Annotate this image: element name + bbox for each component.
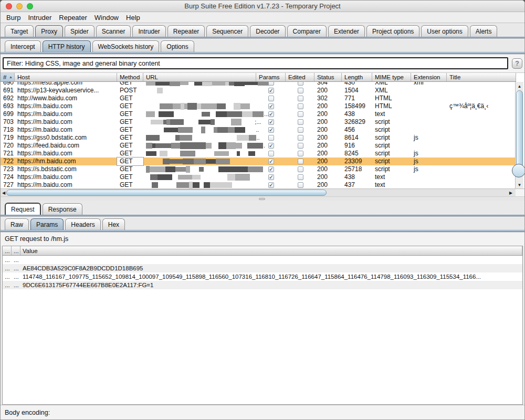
params-checkbox[interactable]: ✓ — [268, 159, 274, 164]
vertical-scrollbar[interactable]: ▲ ▼ — [515, 82, 523, 189]
tab-sequencer[interactable]: Sequencer — [206, 25, 248, 37]
table-row[interactable]: 692http://www.baidu.comGET302771HTML — [1, 94, 516, 102]
tab-http-history[interactable]: HTTP history — [43, 40, 91, 52]
edited-checkbox[interactable] — [298, 143, 303, 149]
tab-comparer[interactable]: Comparer — [287, 25, 327, 37]
tab-decoder[interactable]: Decoder — [250, 25, 285, 37]
menu-item-window[interactable]: Window — [94, 14, 119, 22]
tab-user-options[interactable]: User options — [421, 25, 468, 37]
tab-request[interactable]: Request — [5, 203, 41, 215]
tab-target[interactable]: Target — [5, 25, 34, 37]
params-checkbox[interactable] — [268, 96, 274, 101]
edited-checkbox[interactable] — [298, 127, 303, 133]
params-checkbox[interactable]: ✓ — [268, 127, 274, 133]
params-checkbox[interactable]: ✓ — [268, 182, 274, 188]
column-header-url[interactable]: URL — [143, 73, 256, 81]
params-checkbox[interactable]: ✓ — [268, 103, 274, 109]
table-row[interactable]: 691https://p13-keyvalueservice...POST✓20… — [1, 87, 516, 94]
tab-options[interactable]: Options — [161, 40, 194, 52]
tab-headers[interactable]: Headers — [65, 218, 100, 230]
edited-checkbox[interactable] — [298, 96, 303, 101]
edited-checkbox[interactable] — [298, 82, 303, 86]
params-checkbox[interactable]: ✓ — [268, 111, 274, 117]
table-row[interactable]: 721https://m.baidu.comGET2008245scriptjs — [1, 150, 516, 158]
splitter-handle-icon[interactable] — [259, 198, 265, 200]
table-row[interactable]: 727https://m.baidu.comGET✓200437text — [1, 181, 516, 189]
params-row[interactable]: ......AE84CDB3A529C0F8A2B9DCDD1D18B695 — [3, 264, 522, 272]
edited-checkbox[interactable] — [298, 135, 303, 141]
filter-input[interactable]: Filter: Hiding CSS, image and general bi… — [3, 57, 508, 69]
table-row[interactable]: 723https://s.bdstatic.comGET✓20025718scr… — [1, 165, 516, 173]
edited-checkbox[interactable] — [298, 174, 303, 180]
tab-alerts[interactable]: Alerts — [470, 25, 498, 37]
table-row[interactable]: 703https://m.baidu.comGET;...✓200326829s… — [1, 118, 516, 126]
params-checkbox[interactable] — [268, 82, 274, 86]
tab-params[interactable]: Params — [30, 218, 64, 230]
edited-checkbox[interactable] — [298, 119, 303, 125]
table-row[interactable]: 719https://gss0.bdstatic.comGET..2008614… — [1, 134, 516, 142]
tab-extender[interactable]: Extender — [328, 25, 365, 37]
help-button[interactable]: ? — [512, 58, 522, 69]
params-checkbox[interactable]: ✓ — [268, 166, 274, 172]
tab-websockets-history[interactable]: WebSockets history — [92, 40, 160, 52]
scroll-up-icon[interactable]: ▲ — [516, 82, 523, 90]
menu-item-repeater[interactable]: Repeater — [59, 14, 87, 22]
vertical-scroll-thumb-end[interactable] — [512, 164, 525, 177]
params-row[interactable]: ......114748_116167_109775_115652_109814… — [3, 272, 522, 281]
pane-splitter[interactable] — [1, 196, 524, 201]
column-header-host[interactable]: Host — [15, 73, 117, 81]
table-row[interactable]: 724https://m.baidu.comGET✓200438text — [1, 173, 516, 181]
params-checkbox[interactable] — [268, 151, 274, 156]
params-column-header-ellipsis[interactable]: ... — [3, 246, 12, 255]
params-checkbox[interactable]: ✓ — [268, 174, 274, 180]
params-checkbox[interactable]: ✓ — [268, 88, 274, 93]
menu-item-burp[interactable]: Burp — [6, 14, 20, 22]
params-checkbox[interactable]: ✓ — [268, 119, 274, 125]
tab-spider[interactable]: Spider — [65, 25, 94, 37]
column-header-extension[interactable]: Extension — [411, 73, 447, 81]
table-row[interactable]: 690https://mesu.apple.comGET304430XMLxml — [1, 82, 516, 87]
horizontal-scrollbar[interactable]: ◀ ▶ — [1, 188, 516, 196]
params-checkbox[interactable]: ✓ — [268, 143, 274, 149]
params-column-header-value[interactable]: Value — [20, 246, 522, 255]
edited-checkbox[interactable] — [298, 103, 303, 109]
tab-raw[interactable]: Raw — [5, 218, 29, 230]
params-checkbox[interactable] — [268, 135, 274, 141]
edited-checkbox[interactable] — [298, 182, 303, 188]
edited-checkbox[interactable] — [298, 151, 303, 156]
vertical-scroll-thumb[interactable] — [516, 90, 523, 170]
params-row[interactable]: ...... — [3, 256, 522, 264]
column-header-method[interactable]: Method — [117, 73, 143, 81]
table-row[interactable]: 722https://hm.baidu.comGET✓20023309scrip… — [1, 158, 516, 165]
tab-intruder[interactable]: Intruder — [132, 25, 165, 37]
edited-checkbox[interactable] — [298, 111, 303, 117]
horizontal-scroll-thumb[interactable] — [6, 190, 327, 196]
tab-response[interactable]: Response — [43, 203, 82, 215]
column-header-edited[interactable]: Edited — [286, 73, 314, 81]
params-column-header-ellipsis[interactable]: ... — [12, 246, 20, 255]
tab-hex[interactable]: Hex — [102, 218, 125, 230]
column-header-status[interactable]: Status — [314, 73, 342, 81]
edited-checkbox[interactable] — [298, 88, 303, 93]
edited-checkbox[interactable] — [298, 166, 303, 172]
column-header-title[interactable]: Title — [447, 73, 516, 81]
table-row[interactable]: 718https://m.baidu.comGET..✓200456script — [1, 126, 516, 134]
column-header-length[interactable]: Length — [342, 73, 372, 81]
tab-project-options[interactable]: Project options — [366, 25, 419, 37]
table-row[interactable]: 699https://m.baidu.comGET...✓200438text — [1, 110, 516, 118]
menu-item-help[interactable]: Help — [126, 14, 140, 22]
column-header-params[interactable]: Params — [256, 73, 286, 81]
column-header-mime-type[interactable]: MIME type — [372, 73, 411, 81]
scroll-right-icon[interactable]: ▶ — [508, 189, 514, 196]
params-row[interactable]: ......9DC6E613175F67744EE667B8E0E2A117:F… — [3, 281, 522, 289]
menu-item-intruder[interactable]: Intruder — [28, 14, 51, 22]
scroll-down-icon[interactable]: ▼ — [516, 181, 523, 189]
edited-checkbox[interactable] — [298, 159, 303, 164]
tab-intercept[interactable]: Intercept — [5, 40, 41, 52]
column-header-num[interactable]: #▲ — [1, 73, 15, 81]
table-row[interactable]: 693https://m.baidu.comGET✓200158499HTMLç… — [1, 102, 516, 110]
tab-repeater[interactable]: Repeater — [167, 25, 205, 37]
tab-proxy[interactable]: Proxy — [35, 25, 63, 37]
tab-scanner[interactable]: Scanner — [96, 25, 131, 37]
table-row[interactable]: 720https://feed.baidu.comGET.✓200916scri… — [1, 142, 516, 150]
